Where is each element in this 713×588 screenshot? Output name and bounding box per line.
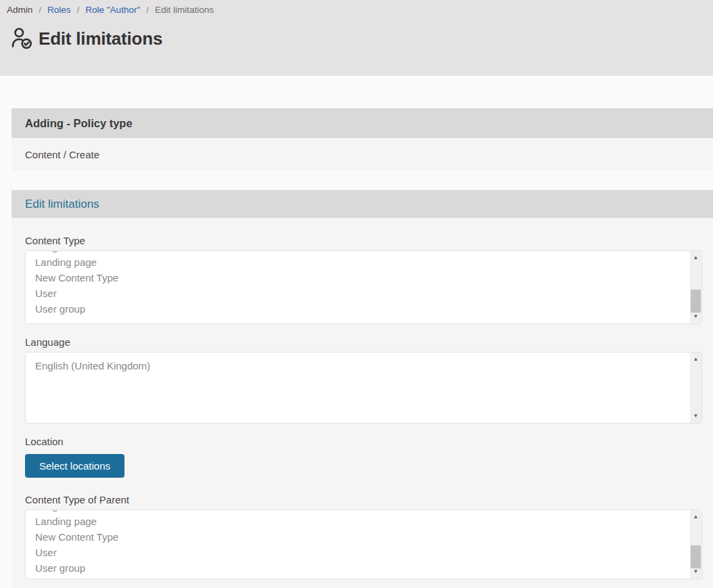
scrollbar-down-arrow[interactable]: ▼ xyxy=(690,411,702,421)
scrollbar-down-arrow[interactable]: ▼ xyxy=(690,567,702,576)
edit-limitations-form: Content Type Image Landing pageNew Conte… xyxy=(12,218,713,588)
listbox-option[interactable]: Landing page xyxy=(35,254,702,270)
policy-type-section: Adding - Policy type Content / Create xyxy=(12,108,713,171)
listbox-option[interactable]: English (United Kingdom) xyxy=(35,358,702,374)
breadcrumb-current: Edit limitations xyxy=(155,5,214,15)
content-type-of-parent-options: Image Landing pageNew Content TypeUserUs… xyxy=(26,510,702,576)
content-type-of-parent-listbox[interactable]: Image Landing pageNew Content TypeUserUs… xyxy=(25,510,702,579)
breadcrumb-separator: / xyxy=(146,5,149,15)
language-options: English (United Kingdom) xyxy=(26,353,702,374)
breadcrumb: Admin / Roles / Role "Author" / Edit lim… xyxy=(7,4,705,15)
scrollbar-down-arrow[interactable]: ▼ xyxy=(690,312,702,321)
content-type-options: Image Landing pageNew Content TypeUserUs… xyxy=(26,250,702,317)
listbox-option[interactable]: User xyxy=(35,286,702,301)
select-locations-button[interactable]: Select locations xyxy=(25,454,124,478)
listbox-option[interactable]: User xyxy=(35,545,702,560)
language-label: Language xyxy=(25,336,702,348)
edit-limitations-section-header: Edit limitations xyxy=(12,190,713,218)
language-scrollbar[interactable]: ▲ ▼ xyxy=(690,353,702,423)
policy-type-section-header: Adding - Policy type xyxy=(12,108,713,138)
main-content: Adding - Policy type Content / Create Ed… xyxy=(0,108,713,588)
content-type-of-parent-label: Content Type of Parent xyxy=(25,493,702,506)
breadcrumb-roles[interactable]: Roles xyxy=(47,5,71,15)
breadcrumb-separator: / xyxy=(77,5,80,15)
edit-limitations-section: Edit limitations Content Type Image Land… xyxy=(12,190,713,588)
policy-type-value: Content / Create xyxy=(12,138,713,171)
user-check-icon xyxy=(11,26,34,51)
page-title: Edit limitations xyxy=(39,28,162,49)
content-type-scrollbar[interactable]: ▲ ▼ xyxy=(690,251,702,323)
content-type-label: Content Type xyxy=(25,234,702,247)
content-type-listbox[interactable]: Image Landing pageNew Content TypeUserUs… xyxy=(25,250,702,324)
breadcrumb-role-author[interactable]: Role "Author" xyxy=(85,5,140,15)
scrollbar-thumb[interactable] xyxy=(691,545,701,568)
listbox-option[interactable]: User group xyxy=(35,301,702,317)
page-title-row: Edit limitations xyxy=(11,26,705,51)
scrollbar-up-arrow[interactable]: ▲ xyxy=(690,512,702,522)
breadcrumb-separator: / xyxy=(39,5,41,15)
listbox-option[interactable]: User group xyxy=(35,560,702,576)
scrollbar-up-arrow[interactable]: ▲ xyxy=(690,253,702,263)
language-listbox[interactable]: English (United Kingdom) ▲ ▼ xyxy=(25,352,702,424)
location-label: Location xyxy=(25,435,702,448)
listbox-option[interactable]: Landing page xyxy=(35,514,702,529)
listbox-option[interactable]: New Content Type xyxy=(35,270,702,286)
content-type-of-parent-scrollbar[interactable]: ▲ ▼ xyxy=(690,510,702,579)
scrollbar-thumb[interactable] xyxy=(691,290,701,313)
breadcrumb-admin[interactable]: Admin xyxy=(7,5,32,15)
scrollbar-up-arrow[interactable]: ▲ xyxy=(690,355,702,364)
listbox-option[interactable]: New Content Type xyxy=(35,529,702,545)
page-header: Admin / Roles / Role "Author" / Edit lim… xyxy=(0,0,713,76)
